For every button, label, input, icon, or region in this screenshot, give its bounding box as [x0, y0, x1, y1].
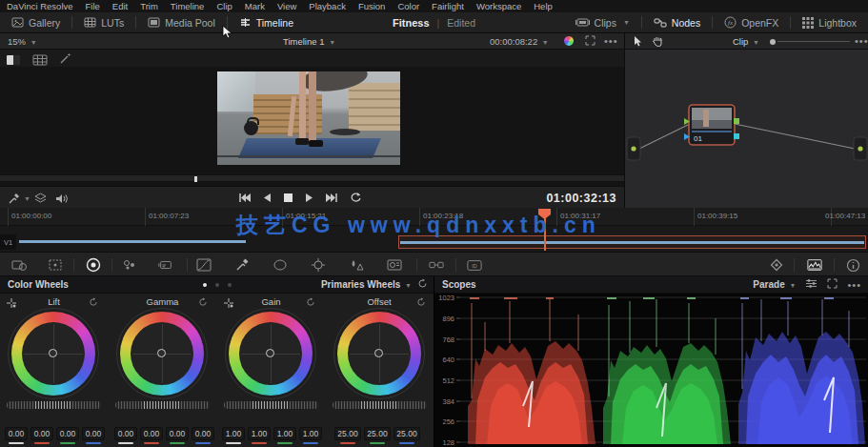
viewer-zoom-level[interactable]: 15% ▼ [8, 36, 37, 47]
timeline-name-dropdown[interactable]: Timeline 1 ▼ [283, 36, 335, 47]
clips-button[interactable]: Clips ▼ [564, 12, 641, 32]
source-node[interactable] [627, 137, 640, 160]
image-wipe-tool-icon[interactable] [11, 257, 27, 273]
stereo-3d-icon[interactable] [429, 257, 444, 273]
expand-viewer-icon[interactable] [585, 35, 595, 48]
keyframes-panel-icon[interactable] [769, 257, 784, 273]
loop-button[interactable] [350, 190, 362, 207]
wheels-mode-dropdown[interactable]: Primaries Wheels ▼ [321, 279, 412, 290]
info-panel-icon[interactable] [845, 257, 860, 273]
color-versions-icon[interactable] [122, 257, 137, 273]
color-viewer-icon[interactable] [564, 36, 574, 46]
node-key-output[interactable] [734, 133, 739, 139]
gain-color-wheel[interactable] [229, 312, 313, 396]
luts-button[interactable]: LUTs [72, 12, 135, 32]
lift-value-master[interactable]: 0.00 [5, 427, 28, 440]
timeline-button[interactable]: Timeline [228, 12, 305, 32]
scope-settings-icon[interactable] [805, 278, 818, 291]
gamma-color-wheel[interactable] [120, 312, 204, 396]
gamma-master-wheel[interactable] [115, 401, 210, 409]
image-wipe-icon[interactable] [6, 52, 21, 70]
lift-value-red[interactable]: 0.00 [30, 427, 53, 440]
face-refinement-icon[interactable] [387, 257, 402, 273]
node-graph[interactable]: 01 [625, 50, 868, 208]
menu-fairlight[interactable]: Fairlight [432, 1, 464, 11]
gain-wheel-handle[interactable] [266, 349, 274, 357]
offset-value-red[interactable]: 25.00 [334, 427, 361, 440]
lift-reset-icon[interactable] [89, 297, 98, 309]
pointer-tool-icon[interactable] [633, 35, 642, 49]
gamma-wheel-handle[interactable] [157, 349, 166, 357]
gain-master-wheel[interactable] [224, 401, 318, 409]
menu-fusion[interactable]: Fusion [358, 1, 386, 11]
media-pool-button[interactable]: Media Pool [136, 12, 227, 32]
menu-timeline[interactable]: Timeline [171, 1, 205, 11]
grid-view-icon[interactable] [32, 52, 48, 70]
gain-value-green[interactable]: 1.00 [273, 427, 296, 440]
lift-value-blue[interactable]: 0.00 [82, 427, 105, 440]
offset-master-wheel[interactable] [333, 401, 427, 409]
menu-playback[interactable]: Playback [309, 1, 346, 11]
lightbox-button[interactable]: Lightbox [791, 12, 868, 32]
gain-reset-icon[interactable] [306, 297, 315, 309]
lift-wheel-handle[interactable] [49, 349, 57, 357]
stills-tool-icon[interactable] [158, 257, 173, 273]
viewer-scrub-bar[interactable] [0, 174, 624, 182]
node-rgb-output[interactable] [734, 118, 739, 124]
layers-icon[interactable] [34, 192, 47, 209]
snapshot-tool-icon[interactable] [48, 257, 63, 273]
menu-color[interactable]: Color [397, 1, 419, 11]
eyedropper-tool-icon[interactable] [8, 192, 20, 209]
reset-all-icon[interactable] [417, 278, 428, 291]
menu-trim[interactable]: Trim [140, 1, 158, 11]
curves-tool-icon[interactable] [196, 257, 212, 273]
go-to-end-button[interactable] [325, 190, 338, 207]
gamma-value-master[interactable]: 0.00 [114, 427, 137, 440]
node-zoom-slider-track[interactable] [777, 41, 850, 42]
scope-mode-dropdown[interactable]: Parade ▼ [753, 279, 796, 290]
data-burn-icon[interactable]: ID [467, 257, 482, 273]
auto-balance-tool-icon[interactable] [86, 257, 101, 273]
wheel-pager-dots[interactable] [203, 283, 232, 287]
go-to-start-button[interactable] [238, 190, 252, 207]
gamma-value-red[interactable]: 0.00 [140, 427, 163, 440]
power-window-icon[interactable] [273, 257, 288, 273]
gain-value-red[interactable]: 1.00 [248, 427, 271, 440]
menu-file[interactable]: File [86, 1, 100, 11]
node-zoom-slider-knob[interactable] [770, 39, 776, 45]
step-back-button[interactable] [263, 190, 272, 207]
menu-mark[interactable]: Mark [245, 1, 265, 11]
magic-wand-icon[interactable] [59, 51, 72, 69]
viewer-clip-timecode[interactable]: 00:00:08:22 ▼ [490, 36, 549, 47]
parade-scope[interactable]: 1023 896 768 640 512 384 256 128 [434, 294, 868, 447]
node-options-menu[interactable]: ••• [855, 35, 868, 47]
audio-mute-icon[interactable] [55, 192, 69, 209]
scope-expand-icon[interactable] [827, 278, 838, 291]
scopes-panel-icon[interactable] [807, 257, 822, 273]
viewer-video-frame[interactable] [217, 71, 400, 165]
gamma-value-blue[interactable]: 0.00 [192, 427, 214, 440]
menu-clip[interactable]: Clip [216, 1, 232, 11]
offset-color-wheel[interactable] [337, 312, 421, 396]
menu-edit[interactable]: Edit [112, 1, 128, 11]
stop-button[interactable] [283, 190, 293, 207]
offset-reset-icon[interactable] [416, 297, 426, 309]
gamma-reset-icon[interactable] [198, 297, 208, 309]
output-node[interactable] [854, 137, 867, 160]
scope-options-menu[interactable]: ••• [847, 279, 861, 291]
offset-wheel-handle[interactable] [374, 349, 383, 357]
play-button[interactable] [305, 190, 313, 207]
tracker-tool-icon[interactable] [311, 257, 326, 273]
corrector-node-01[interactable]: 01 [684, 105, 739, 145]
viewer-options-menu[interactable]: ••• [604, 35, 618, 47]
menu-view[interactable]: View [277, 1, 296, 11]
nodes-button[interactable]: Nodes [642, 12, 712, 32]
chevron-down-icon[interactable]: ▼ [24, 195, 30, 202]
gain-value-master[interactable]: 1.00 [222, 427, 245, 440]
menu-workspace[interactable]: Workspace [476, 1, 521, 11]
lift-master-wheel[interactable] [7, 401, 101, 409]
offset-value-blue[interactable]: 25.00 [394, 427, 420, 440]
qualifier-picker-icon[interactable] [234, 257, 250, 273]
lift-color-wheel[interactable] [11, 312, 95, 396]
gallery-button[interactable]: Gallery [0, 12, 71, 32]
